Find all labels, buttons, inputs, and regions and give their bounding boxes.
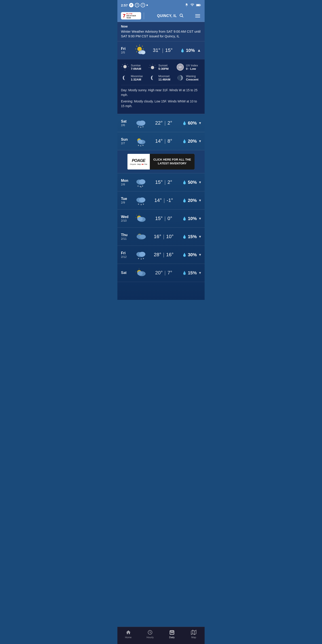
forecast-icon-fri12: ❄ ❄ ❄ [135, 249, 147, 260]
chevron-down-fri12: ▾ [199, 252, 201, 257]
nav-map[interactable]: Map [186, 629, 202, 640]
ad-jeep: Jeep [137, 164, 141, 165]
app-header: 7 ELITE WEATHER TEAM QUINCY, IL [118, 10, 204, 22]
forecast-row-header-wed10[interactable]: Wed 2/10 15° | 0° [118, 210, 204, 228]
forecast-icon-sun7: ❄ ❄ ❄ [135, 135, 147, 147]
precip-pct: 10% [186, 48, 195, 53]
svg-text:❄: ❄ [142, 126, 144, 128]
forecast-section: Fri 2/5 [118, 41, 204, 300]
wifi-icon [190, 4, 194, 7]
location-search: QUINCY, IL [147, 13, 194, 19]
chevron-down-sun7: ▾ [199, 139, 201, 144]
forecast-row-fri: Fri 2/5 [118, 41, 204, 114]
advisory-text: Winter Weather Advisory from SAT 9:00 AM… [121, 29, 201, 38]
forecast-icon-thu11 [135, 231, 147, 242]
status-icon-p: P [129, 3, 134, 8]
svg-line-23 [128, 64, 128, 65]
forecast-date-sun7: Sun 2/7 [121, 138, 133, 145]
forecast-month-day: 2/5 [121, 51, 133, 54]
precip-pct-fri12: 30% [188, 252, 197, 258]
svg-rect-85 [173, 632, 173, 633]
forecast-day-fri12: Fri [121, 251, 133, 255]
forecast-precip-sat13: 💧 15% [179, 270, 197, 276]
low-temp-tue9: -1° [166, 198, 173, 203]
precip-pct-sun7: 20% [188, 139, 197, 144]
detail-description: Day: Mostly sunny. High near 31F. Winds … [121, 85, 201, 108]
nav-hourly-label: Hourly [146, 636, 154, 639]
nav-home-label: Home [125, 636, 132, 639]
moonset-value: 11:48AM [158, 78, 170, 82]
forecast-precip-wed10: 💧 10% [179, 216, 197, 221]
forecast-precip-tue9: 💧 20% [179, 198, 197, 203]
forecast-date-fri: Fri 2/5 [121, 47, 133, 54]
phase-value: Crescent [186, 78, 198, 82]
status-dot [146, 4, 148, 6]
forecast-temps-wed10: 15° | 0° [148, 216, 179, 222]
forecast-day-sat6: Sat [121, 120, 133, 124]
menu-button[interactable] [194, 14, 201, 18]
evening-description: Evening: Mostly cloudy. Low 15F. Winds W… [121, 99, 201, 108]
chevron-down-thu11: ▾ [199, 234, 201, 239]
svg-line-22 [122, 64, 123, 65]
day-description: Day: Mostly sunny. High near 31F. Winds … [121, 88, 201, 97]
header-divider [144, 12, 144, 19]
home-icon [126, 630, 131, 635]
uv-value: 0 - Low [186, 67, 198, 71]
nav-daily[interactable]: Daily [164, 629, 180, 640]
logo-container: 7 ELITE WEATHER TEAM [121, 12, 141, 20]
moonset-label: Moonset [158, 74, 170, 78]
svg-point-3 [180, 14, 182, 16]
high-temp-fri12: 28° [154, 252, 161, 258]
svg-line-4 [182, 16, 183, 18]
forecast-row-header-fri[interactable]: Fri 2/5 [118, 41, 204, 59]
forecast-row-header-sat13[interactable]: Sat 20° | 7° 💧 [118, 264, 204, 282]
advisory-now: Now [121, 24, 201, 28]
nav-map-label: Map [192, 636, 196, 639]
forecast-precip-sun7: 💧 20% [179, 139, 197, 144]
svg-text:❄: ❄ [138, 126, 139, 128]
moonrise-icon [121, 74, 129, 82]
forecast-temps-sat6: 22° | 2° [148, 120, 179, 126]
forecast-row-header-thu11[interactable]: Thu 2/11 16° | 10° 💧 15% ▾ [118, 228, 204, 246]
forecast-day-tue9: Tue [121, 197, 133, 201]
forecast-row-header-sat6[interactable]: Sat 2/6 ❄ ❄ ❄ 22° | 2° 💧 [118, 114, 204, 132]
chevron-down-tue9: ▾ [199, 198, 201, 203]
forecast-date-wed10: Wed 2/10 [121, 215, 133, 222]
forecast-row-header-mon8[interactable]: Mon 2/8 ❄ ❄ ❄ ❄ 15° | 2° 💧 [118, 173, 204, 191]
search-button[interactable] [179, 13, 184, 19]
svg-point-66 [140, 234, 146, 239]
forecast-temps-thu11: 16° | 10° [148, 234, 179, 240]
precip-drop-mon8: 💧 [182, 180, 187, 184]
forecast-day: Fri [121, 47, 133, 51]
low-temp-sat13: 7° [168, 270, 172, 276]
precip-drop-sun7: 💧 [182, 139, 187, 143]
forecast-row-sat13: Sat 20° | 7° 💧 [118, 264, 204, 282]
location-text: QUINCY, IL [157, 14, 177, 18]
forecast-month-day-tue9: 2/9 [121, 201, 133, 204]
precip-drop-wed10: 💧 [182, 216, 187, 221]
forecast-row-header-tue9[interactable]: Tue 2/9 ❄ ❄ ❄ 14° | -1° 💧 20 [118, 192, 204, 209]
status-left: 2:57 P 7 7 [121, 3, 148, 8]
hamburger-line-1 [195, 14, 200, 15]
nav-home[interactable]: Home [120, 629, 136, 640]
forecast-day-thu11: Thu [121, 233, 133, 237]
app-logo: 7 ELITE WEATHER TEAM [121, 12, 141, 20]
ad-banner[interactable]: POAGE Chrysler Jeep ■■ Fiat CLICK HERE F… [118, 150, 204, 173]
low-temp-wed10: 0° [168, 216, 172, 222]
forecast-temps-mon8: 15° | 2° [148, 179, 179, 185]
detail-moonrise-info: Moonrise 1:32AM [131, 74, 143, 82]
forecast-row-sat-6: Sat 2/6 ❄ ❄ ❄ 22° | 2° 💧 [118, 114, 204, 132]
forecast-precip-sat6: 💧 60% [179, 120, 197, 126]
svg-point-31 [178, 75, 181, 80]
precip-pct-tue9: 20% [188, 198, 197, 203]
svg-text:❄: ❄ [138, 144, 139, 146]
uv-icon: UV [176, 63, 184, 71]
forecast-row-header-sun7[interactable]: Sun 2/7 ❄ ❄ ❄ 14° | 8° 💧 20% [118, 132, 204, 150]
nav-hourly[interactable]: Hourly [142, 629, 158, 640]
forecast-row-header-fri12[interactable]: Fri 2/12 ❄ ❄ ❄ 28° | 16° 💧 3 [118, 246, 204, 264]
logo-number: 7 [123, 14, 126, 18]
high-temp-wed10: 15° [155, 216, 162, 222]
uv-label: UV Index [186, 64, 198, 67]
clock-icon [147, 630, 153, 635]
advisory-banner: Now Winter Weather Advisory from SAT 9:0… [118, 22, 204, 41]
